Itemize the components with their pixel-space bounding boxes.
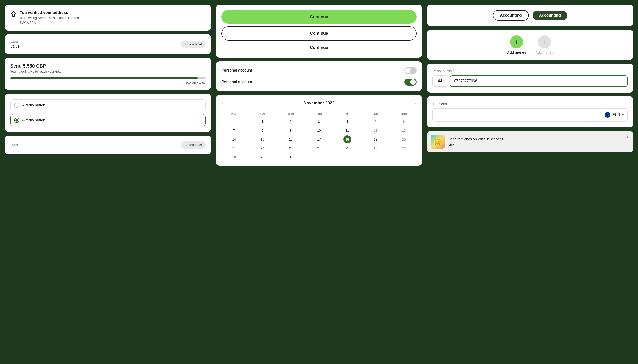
cal-day-13[interactable]: 13 <box>400 126 408 134</box>
cal-day-22[interactable]: 22 <box>259 144 267 152</box>
bottom-button-label-badge[interactable]: Button label <box>181 141 205 149</box>
country-code-value: +44 <box>436 79 442 83</box>
cal-day-29[interactable]: 29 <box>259 153 267 161</box>
radio-label-1: A radio button <box>22 103 45 108</box>
buttons-card: Continue Continue Continue <box>216 5 422 58</box>
cal-day-11[interactable]: 11 <box>343 126 351 134</box>
cal-day-20[interactable]: 20 <box>400 136 408 143</box>
cal-day-30[interactable]: 30 <box>287 153 295 161</box>
cal-day-10[interactable]: 10 <box>315 126 323 134</box>
cal-day-16[interactable]: 16 <box>287 136 295 143</box>
calendar-prev-button[interactable]: ‹ <box>221 100 226 107</box>
add-money-inactive-label: Add money <box>536 50 553 54</box>
label-small: Label <box>10 40 20 43</box>
cal-day-18[interactable]: 18 <box>343 136 351 143</box>
value-text: Value <box>10 44 20 48</box>
left-column: You verified your address 10 Downing Str… <box>5 5 211 154</box>
calendar-header: ‹ November 2022 › <box>221 100 418 107</box>
right-column: Accounting Accounting + Add money + Add … <box>427 5 633 152</box>
cal-day-26[interactable]: 26 <box>371 144 379 152</box>
cal-day-17[interactable]: 17 <box>315 136 323 143</box>
eur-flag-icon <box>605 112 610 118</box>
accounting-outline-button[interactable]: Accounting <box>493 10 529 20</box>
address-card: You verified your address 10 Downing Str… <box>5 5 211 30</box>
cal-day-6[interactable]: 6 <box>400 118 408 126</box>
calendar-card: ‹ November 2022 › Mon Tue Wed Thu Fri Sa… <box>216 95 422 166</box>
notification-link[interactable]: Link <box>448 142 454 146</box>
cal-day-25[interactable]: 25 <box>343 144 351 152</box>
radio-label-2: A radio button <box>22 118 45 122</box>
cal-day-15[interactable]: 15 <box>259 136 267 143</box>
button-label-badge[interactable]: Button label <box>181 40 205 48</box>
continue-button-outline[interactable]: Continue <box>222 26 417 40</box>
address-line2: SW1A 2AA. <box>20 20 79 25</box>
cal-day-19[interactable]: 19 <box>371 136 379 143</box>
cal-day-12[interactable]: 12 <box>371 126 379 134</box>
continue-button-text[interactable]: Continue <box>222 43 417 52</box>
middle-column: Continue Continue Continue Personal acco… <box>216 5 422 166</box>
amount-input[interactable] <box>433 108 601 121</box>
cal-day-8[interactable]: 8 <box>259 126 267 134</box>
notification-title: Send to friends on Wise in seconds <box>448 137 623 141</box>
toggle-row-2: Personal account <box>222 78 417 86</box>
house-icon <box>10 11 17 17</box>
cal-day-empty <box>230 118 238 126</box>
radio-option-1[interactable]: A radio button <box>10 99 205 112</box>
cal-header-sat: Sat <box>362 110 389 117</box>
cal-day-7[interactable]: 7 <box>230 126 238 134</box>
cal-day-14[interactable]: 14 <box>230 136 238 143</box>
cal-header-mon: Mon <box>221 110 248 117</box>
country-code-selector[interactable]: +44 ▾ <box>433 75 448 87</box>
cal-header-wed: Wed <box>277 110 304 117</box>
cal-day-1[interactable]: 1 <box>259 118 267 126</box>
add-money-active-item[interactable]: + Add money <box>507 36 526 54</box>
cal-day-23[interactable]: 23 <box>287 144 295 152</box>
cal-header-fri: Fri <box>334 110 361 117</box>
add-money-active-label: Add money <box>507 50 526 54</box>
you-send-card: You send <box>427 96 633 127</box>
cal-header-tue: Tue <box>249 110 276 117</box>
cal-day-28[interactable]: 28 <box>230 153 238 161</box>
cal-header-thu: Thu <box>305 110 333 117</box>
cal-day-24[interactable]: 24 <box>315 144 323 152</box>
notification-close-button[interactable]: × <box>627 135 629 140</box>
cal-day-27[interactable]: 27 <box>400 144 408 152</box>
toggle-switch-1[interactable] <box>404 67 416 74</box>
add-money-inactive-icon: + <box>538 36 551 48</box>
continue-button-filled[interactable]: Continue <box>222 10 417 24</box>
send-subtitle: You have 3 days to reach your goal. <box>10 70 205 74</box>
phone-label: Phone number <box>433 69 628 73</box>
radio-circle-1 <box>14 103 19 108</box>
add-money-inactive-item[interactable]: + Add money <box>536 36 553 54</box>
phone-number-input[interactable] <box>450 75 628 87</box>
notification-card: 🪙 Send to friends on Wise in seconds Lin… <box>427 131 633 152</box>
address-line1: 10 Downing Street, Westminster, London <box>20 16 79 20</box>
calendar-next-button[interactable]: › <box>412 100 418 107</box>
add-money-active-icon: + <box>510 36 523 48</box>
calendar-grid: Mon Tue Wed Thu Fri Sat Sun 1 2 3 4 5 6 … <box>221 110 418 161</box>
accounting-filled-button[interactable]: Accounting <box>533 11 567 20</box>
calendar-title: November 2022 <box>303 101 334 106</box>
accounting-card: Accounting Accounting <box>427 5 633 26</box>
cal-day-5[interactable]: 5 <box>371 118 379 126</box>
send-card: Send 5,550 GBP You have 3 days to reach … <box>5 58 211 90</box>
cal-day-empty-3 <box>343 153 351 161</box>
toggle-card: Personal account Personal account <box>216 61 422 91</box>
toggle-label-2: Personal account <box>222 80 252 84</box>
radio-option-2[interactable]: A radio button <box>10 114 205 126</box>
bottom-label-small: Label <box>10 143 18 147</box>
currency-chevron-down-icon: ▾ <box>622 113 623 116</box>
cal-day-4[interactable]: 4 <box>343 118 351 126</box>
cal-day-3[interactable]: 3 <box>315 118 323 126</box>
notification-image: 🪙 <box>431 135 445 149</box>
label-value-card: Label Value Button label <box>5 34 211 54</box>
currency-selector[interactable]: EUR ▾ <box>601 109 627 121</box>
cal-day-21[interactable]: 21 <box>230 144 238 152</box>
cal-day-2[interactable]: 2 <box>287 118 295 126</box>
radio-circle-2 <box>14 118 19 123</box>
cal-header-sun: Sun <box>390 110 417 117</box>
cal-day-9[interactable]: 9 <box>287 126 295 134</box>
toggle-switch-2[interactable] <box>404 78 416 86</box>
svg-point-1 <box>605 112 610 118</box>
chevron-down-icon: ▾ <box>443 80 445 83</box>
